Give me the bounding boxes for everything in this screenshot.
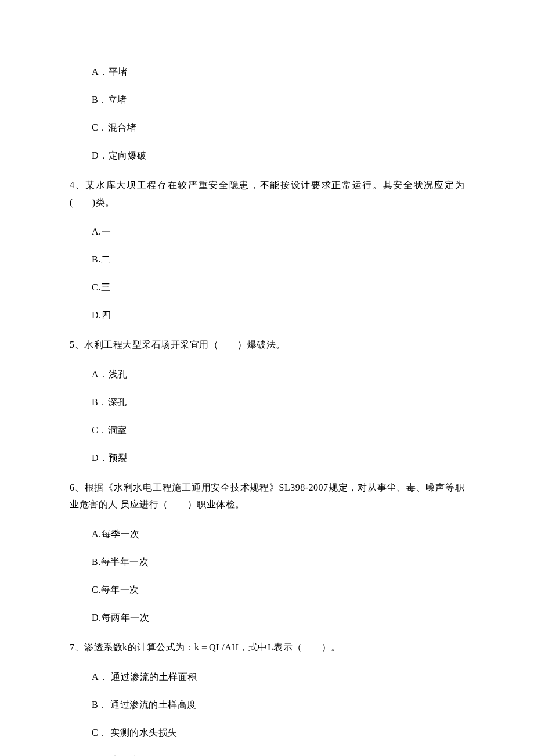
q6-option-a: A.每季一次	[92, 527, 464, 541]
q7-stem: 7、渗透系数k的计算公式为：k＝QL/AH，式中L表示（ ）。	[70, 639, 464, 656]
q7-option-c: C． 实测的水头损失	[92, 726, 464, 740]
q3-option-b: B．立堵	[92, 93, 464, 107]
q5-option-b: B．深孔	[92, 395, 464, 409]
q5-option-a: A．浅孔	[92, 368, 464, 381]
q4-option-a: A.一	[92, 225, 464, 239]
q4-stem: 4、某水库大坝工程存在较严重安全隐患，不能按设计要求正常运行。其安全状况应定为(…	[70, 177, 464, 211]
q5-option-d: D．预裂	[92, 451, 464, 465]
q4-option-b: B.二	[92, 253, 464, 267]
document-page: A．平堵 B．立堵 C．混合堵 D．定向爆破 4、某水库大坝工程存在较严重安全隐…	[0, 0, 534, 756]
q3-option-d: D．定向爆破	[92, 149, 464, 163]
q3-option-c: C．混合堵	[92, 121, 464, 135]
q6-option-d: D.每两年一次	[92, 611, 464, 625]
q6-option-c: C.每年一次	[92, 583, 464, 597]
q4-option-c: C.三	[92, 280, 464, 294]
q7-option-a: A． 通过渗流的土样面积	[92, 670, 464, 684]
q7-option-d: D． 实验水压	[92, 754, 464, 756]
q5-option-c: C．洞室	[92, 423, 464, 437]
q7-option-b: B． 通过渗流的土样高度	[92, 698, 464, 712]
q3-option-a: A．平堵	[92, 65, 464, 79]
q6-option-b: B.每半年一次	[92, 555, 464, 569]
q6-stem: 6、根据《水利水电工程施工通用安全技术规程》SL398-2007规定，对从事尘、…	[70, 479, 464, 513]
q4-option-d: D.四	[92, 308, 464, 322]
q5-stem: 5、水利工程大型采石场开采宜用（ ）爆破法。	[70, 336, 464, 354]
